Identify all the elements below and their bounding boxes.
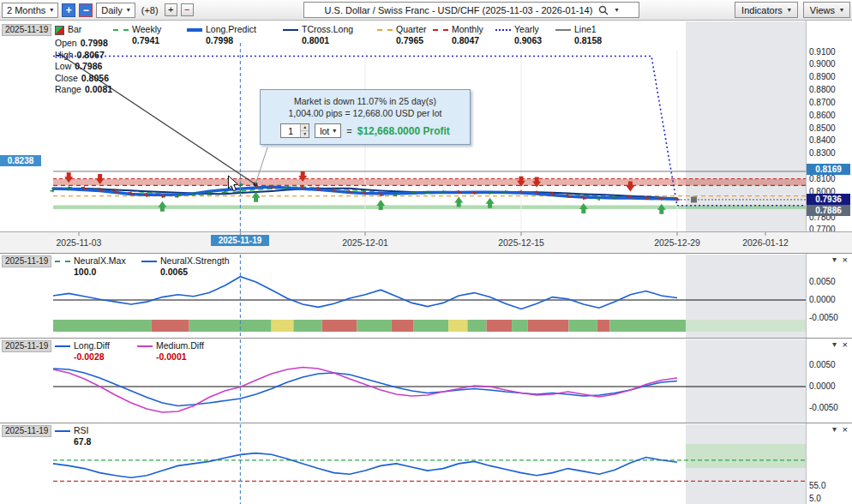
chevron-down-icon: ▾ [615,7,618,14]
signal-strip-segment [322,320,357,332]
collapse-panel-icon[interactable]: ▾ [832,424,837,435]
legend-rsi[interactable]: RSI 67.8 [55,425,91,447]
neuralx-strength-value: 0.0065 [160,267,230,277]
y-axis-label: 0.9000 [809,59,836,69]
add-bars-button[interactable]: + [165,3,177,16]
ohlc-open: Open0.7998 [55,38,112,50]
y-axis-label: 0.8600 [809,111,836,120]
chevron-down-icon: ▾ [127,7,130,14]
range-select[interactable]: 2 Months ▾ [2,3,58,18]
legend-monthly[interactable]: Monthly 0.8047 [433,24,483,45]
profit-value: $12,668.0000 Profit [357,125,450,137]
diff-panel: 2025-11-19 Long.Diff -0.0028 Medium.Diff… [0,338,852,423]
indicators-button[interactable]: Indicators ▾ [735,2,798,18]
signal-strip-segment [512,320,527,332]
legend-weekly[interactable]: Weekly 0.7941 [113,24,161,45]
legend-medium-diff[interactable]: Medium.Diff -0.0001 [137,340,204,362]
rsi-canvas[interactable] [0,423,852,504]
lot-quantity-input[interactable] [281,125,300,136]
zoom-out-button[interactable]: − [79,3,93,17]
stepper-up-icon[interactable]: ▲ [301,124,309,131]
y-axis-label: 0.0050 [809,360,836,369]
ohlc-readout: Open0.7998 High0.8067 Low0.7986 Close0.8… [55,38,112,96]
legend-long-diff[interactable]: Long.Diff -0.0028 [55,340,110,362]
collapse-panel-icon[interactable]: ▾ [832,339,837,350]
legend-neuralx-max[interactable]: NeuralX.Max 100.0 [55,255,126,277]
diff-date-chip: 2025-11-19 [2,340,51,352]
zoom-in-button[interactable]: + [62,3,75,17]
toolbar-right-group: Indicators ▾ Views ▾ [735,2,850,18]
x-axis-label: 2025-12-15 [491,237,551,248]
period-select[interactable]: Daily ▾ [96,3,135,18]
ohlc-close: Close0.8056 [55,73,112,85]
lot-quantity-stepper: ▲ ▼ [280,123,309,138]
rsi-line [53,453,677,478]
symbol-search-box[interactable]: U.S. Dollar / Swiss Franc - USD/CHF (202… [303,2,639,18]
medium-diff-line [53,368,677,413]
yearly-value: 0.9063 [514,35,542,45]
weekly-line-icon [113,29,129,31]
chevron-down-icon: ▾ [50,7,53,14]
bars-ahead-label: (+8) [141,5,159,15]
chevron-down-icon: ▾ [788,7,791,14]
rsi-value: 67.8 [74,436,91,447]
lot-unit-select[interactable]: lot ▾ [315,123,341,138]
close-panel-icon[interactable]: × [843,339,848,350]
up-arrow-icon [579,203,588,213]
signal-strip-segment [467,320,486,332]
x-axis-label: 2025-12-29 [647,237,707,248]
future-region [686,339,806,423]
signal-strip-segment [448,320,467,332]
y-axis-label: 0.0050 [809,277,836,286]
neuralx-max-value: 100.0 [74,267,126,277]
signal-strip-segment [528,320,569,332]
close-panel-icon[interactable]: × [843,424,848,435]
x-axis-label: 2026-01-12 [735,237,795,248]
legend-tcross-long[interactable]: TCross.Long 0.8001 [283,24,353,45]
stepper-down-icon[interactable]: ▼ [301,131,309,138]
y-axis-label: 5.0 [809,494,821,503]
legend-neuralx-strength[interactable]: NeuralX.Strength 0.0065 [141,255,230,277]
rsi-panel: 2025-11-19 RSI 67.8 ▾ × 55.0 5.0 [0,423,852,504]
up-arrow-icon [158,201,166,212]
signal-strip-segment [609,320,686,332]
quarter-value: 0.7965 [396,35,427,45]
y-axis-label: 0.9100 [809,47,836,57]
signal-strip-segment [272,320,294,332]
legend-bar-series[interactable]: Bar [55,24,81,35]
y-axis-label: 0.8800 [809,85,836,94]
long-diff-line [53,369,677,406]
y-axis-label: 0.8100 [809,174,836,183]
line1-value: 0.8158 [574,35,602,45]
close-panel-icon[interactable]: × [843,255,848,265]
rsi-date-chip: 2025-11-19 [2,425,51,437]
symbol-title: U.S. Dollar / Swiss Franc - USD/CHF (202… [325,5,593,15]
signal-strip-segment [568,320,597,332]
y-axis-label: 0.8700 [809,98,836,107]
weekly-value: 0.7941 [132,35,161,45]
legend-line1[interactable]: Line1 0.8158 [555,24,602,45]
y-axis-label: 55.0 [809,481,825,490]
line1-icon [555,29,571,31]
y-axis-label: 0.8300 [809,148,836,158]
price-badge-last: 0.7936 [807,194,850,205]
ohlc-high: High0.8067 [55,50,112,62]
signal-strip-segment [597,320,610,332]
neuralx-canvas[interactable] [0,254,852,339]
main-chart-panel: 0.91000.90000.89000.88000.87000.86000.85… [0,21,852,253]
tooltip-line2: 1,004.00 pips = 12,668.00 USD per lot [264,107,466,119]
legend-quarter[interactable]: Quarter 0.7965 [377,24,427,45]
chevron-down-icon: ▾ [333,128,336,135]
price-badge-blue: 0.8169 [807,164,850,175]
long-diff-line-icon [55,345,70,347]
collapse-panel-icon[interactable]: ▾ [832,255,837,265]
views-button[interactable]: Views ▾ [803,2,850,18]
neuralx-strength-line [53,277,677,309]
legend-yearly[interactable]: Yearly 0.9063 [495,24,542,45]
remove-bars-button[interactable]: − [181,3,194,16]
neuralx-panel: 2025-11-19 NeuralX.Max 100.0 NeuralX.Str… [0,253,852,338]
neuralx-max-line-icon [55,261,70,262]
long-predict-line-icon [187,28,202,32]
diff-canvas[interactable] [0,339,852,423]
legend-long-predict[interactable]: Long.Predict 0.7998 [187,24,256,45]
